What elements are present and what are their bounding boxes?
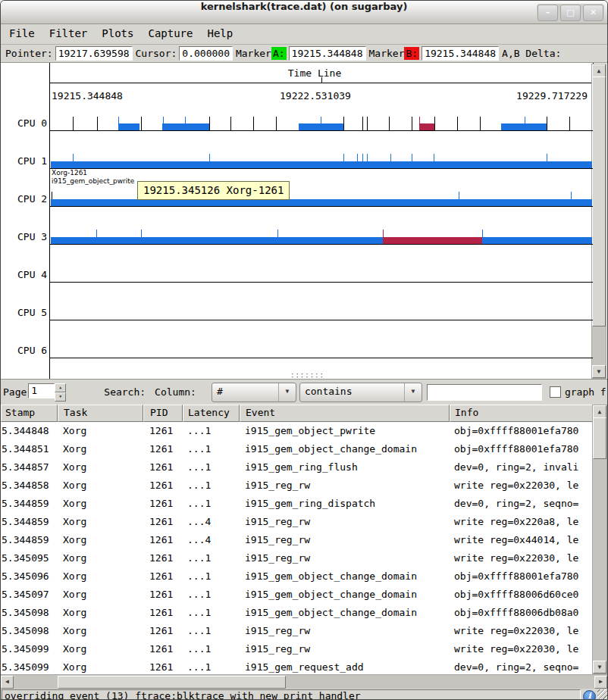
menu-item-capture[interactable]: Capture xyxy=(144,24,196,43)
graph-follows-checkbox[interactable] xyxy=(550,386,561,398)
event-tick[interactable] xyxy=(390,154,391,161)
column-header-info[interactable]: Info xyxy=(450,405,596,422)
event-tick[interactable] xyxy=(569,117,570,130)
list-hscroll-thumb[interactable] xyxy=(58,676,286,689)
event-tick[interactable] xyxy=(547,154,547,161)
list-vscroll-thumb[interactable] xyxy=(593,417,606,459)
table-row[interactable]: 5.345095Xorg1261...1i915_reg_rwwrite reg… xyxy=(1,549,607,567)
event-tick[interactable] xyxy=(185,117,186,130)
column-header-event[interactable]: Event xyxy=(240,405,450,422)
cpu-bar-red[interactable] xyxy=(419,123,434,130)
event-tick[interactable] xyxy=(362,117,363,130)
event-tick[interactable] xyxy=(276,117,277,130)
marker-a-badge[interactable]: A: xyxy=(271,47,287,60)
event-tick[interactable] xyxy=(383,230,384,237)
table-row[interactable]: 5.345099Xorg1261...1i915_reg_rwwrite reg… xyxy=(1,640,607,658)
event-tick[interactable] xyxy=(434,154,434,161)
cpu-bar[interactable] xyxy=(501,123,547,130)
table-row[interactable]: 5.345099Xorg1261...1i915_gem_request_add… xyxy=(1,658,607,674)
graph-vscrollbar[interactable]: ▲ ▼ xyxy=(591,64,606,379)
column-header-latency[interactable]: Latency xyxy=(183,405,240,422)
table-row[interactable]: 5.344859Xorg1261...4i915_reg_rwwrite reg… xyxy=(1,531,607,549)
match-select[interactable]: contains ▼ xyxy=(299,383,422,402)
cpu-bar[interactable] xyxy=(51,199,592,206)
event-tick[interactable] xyxy=(230,117,231,130)
event-tick[interactable] xyxy=(362,154,363,161)
event-tick[interactable] xyxy=(163,117,164,130)
scroll-right-icon[interactable]: ▶ xyxy=(594,676,607,689)
menu-item-file[interactable]: File xyxy=(5,24,39,43)
menu-item-filter[interactable]: Filter xyxy=(45,24,92,43)
column-header-stamp[interactable]: Stamp xyxy=(1,405,58,422)
event-tick[interactable] xyxy=(209,117,210,130)
minimize-button[interactable]: – xyxy=(537,5,558,21)
event-tick[interactable] xyxy=(73,154,74,161)
event-tick[interactable] xyxy=(52,192,52,199)
table-row[interactable]: 5.344858Xorg1261...1i915_reg_rwwrite reg… xyxy=(1,477,607,495)
table-row[interactable]: 5.344859Xorg1261...1i915_gem_ring_dispat… xyxy=(1,495,607,513)
info-icon[interactable]: i xyxy=(583,690,596,700)
menu-item-help[interactable]: Help xyxy=(203,24,237,43)
cpu-bar[interactable] xyxy=(118,123,139,130)
scroll-left-icon[interactable]: ◀ xyxy=(1,676,14,689)
table-row[interactable]: 5.344851Xorg1261...1i915_gem_object_chan… xyxy=(1,440,607,458)
event-tick[interactable] xyxy=(277,230,278,237)
spin-down-icon[interactable]: ▼ xyxy=(55,392,66,402)
event-tick[interactable] xyxy=(457,117,458,130)
resize-grip-icon[interactable] xyxy=(597,689,607,700)
scroll-up-icon[interactable]: ▲ xyxy=(593,405,606,418)
event-tick[interactable] xyxy=(571,192,572,199)
column-select[interactable]: # ▼ xyxy=(212,383,296,402)
table-row[interactable]: 5.345096Xorg1261...1i915_gem_object_chan… xyxy=(1,567,607,586)
spin-up-icon[interactable]: ▲ xyxy=(55,383,66,392)
graph-vscroll-thumb[interactable] xyxy=(592,77,606,327)
cpu-bar[interactable] xyxy=(51,237,592,244)
event-tick[interactable] xyxy=(97,117,98,130)
table-row[interactable]: 5.345097Xorg1261...1i915_gem_object_chan… xyxy=(1,586,607,604)
cpu-bar[interactable] xyxy=(51,161,592,168)
maximize-button[interactable]: □ xyxy=(560,5,581,21)
event-tick[interactable] xyxy=(141,230,142,237)
column-header-task[interactable]: Task xyxy=(58,405,143,422)
event-tick[interactable] xyxy=(367,117,368,130)
menu-item-plots[interactable]: Plots xyxy=(98,24,137,43)
event-tick[interactable] xyxy=(321,117,321,130)
scroll-down-icon[interactable]: ▼ xyxy=(593,661,606,673)
event-tick[interactable] xyxy=(141,117,142,130)
title-bar[interactable]: kernelshark(trace.dat) (on sugarbay) – □… xyxy=(1,1,607,24)
event-tick[interactable] xyxy=(73,117,74,130)
event-tick[interactable] xyxy=(209,154,210,161)
event-tick[interactable] xyxy=(96,230,97,237)
event-tick[interactable] xyxy=(343,117,344,130)
event-tick[interactable] xyxy=(412,117,412,130)
scroll-up-icon[interactable]: ▲ xyxy=(592,64,606,77)
event-tick[interactable] xyxy=(459,192,459,199)
event-tick[interactable] xyxy=(118,117,119,130)
event-tick[interactable] xyxy=(253,117,254,130)
table-row[interactable]: 5.344848Xorg1261...1i915_gem_object_pwri… xyxy=(1,422,607,440)
splitter-handle[interactable]: ·············· xyxy=(290,373,324,379)
event-tick[interactable] xyxy=(357,154,358,161)
page-value[interactable]: 1 xyxy=(28,383,55,398)
event-tick[interactable] xyxy=(343,154,344,161)
cpu-bar-red[interactable] xyxy=(383,237,482,244)
event-tick[interactable] xyxy=(480,117,481,130)
event-tick[interactable] xyxy=(434,117,435,130)
event-tick[interactable] xyxy=(367,154,368,161)
event-tick[interactable] xyxy=(525,117,525,130)
event-tick[interactable] xyxy=(389,117,390,130)
timeline-graph[interactable]: Time Line 19215.344848 19222.531039 1922… xyxy=(1,63,607,380)
event-tick[interactable] xyxy=(412,154,412,161)
column-header-pid[interactable]: PID xyxy=(143,405,183,422)
marker-b-badge[interactable]: B: xyxy=(404,47,419,60)
list-hscrollbar[interactable]: ◀ ▶ xyxy=(1,674,607,689)
event-tick[interactable] xyxy=(547,117,547,130)
close-button[interactable]: ✕ xyxy=(583,5,603,21)
table-row[interactable]: 5.344857Xorg1261...1i915_gem_ring_flushd… xyxy=(1,458,607,477)
scroll-down-icon[interactable]: ▼ xyxy=(592,365,606,378)
table-row[interactable]: 5.344859Xorg1261...4i915_reg_rwwrite reg… xyxy=(1,513,607,531)
search-input[interactable] xyxy=(427,384,542,401)
event-tick[interactable] xyxy=(482,230,483,237)
event-tick[interactable] xyxy=(419,117,420,130)
table-row[interactable]: 5.345098Xorg1261...1i915_gem_object_chan… xyxy=(1,604,607,622)
